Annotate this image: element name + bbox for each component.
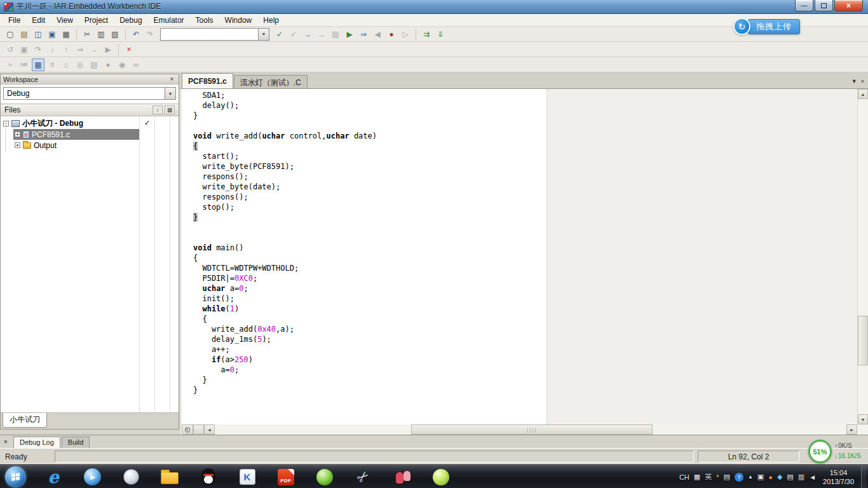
horizontal-scrollbar[interactable]: f() ◄ ► <box>182 424 857 435</box>
calendar-tray-icon[interactable]: ▤ <box>787 473 793 481</box>
ime-skin-icon[interactable]: * <box>716 473 719 481</box>
collapse-icon[interactable]: - <box>3 121 9 126</box>
menu-item-help[interactable]: Help <box>257 15 285 26</box>
open-file-icon[interactable]: ▤ <box>18 28 31 41</box>
menu-item-emulator[interactable]: Emulator <box>148 15 190 26</box>
security-ball-icon[interactable] <box>308 466 341 487</box>
save-icon[interactable]: ◫ <box>32 28 44 41</box>
show-desktop-button[interactable] <box>861 465 867 488</box>
search-tool-icon[interactable] <box>114 466 147 487</box>
media-player-icon[interactable]: ▶ <box>76 466 109 487</box>
stop-debugging-icon[interactable]: × <box>123 43 135 56</box>
ie-icon[interactable]: e <box>37 466 70 487</box>
upload-logo-icon[interactable]: ↻ <box>733 18 750 35</box>
debug-without-downloading-icon[interactable]: ▷ <box>399 28 412 41</box>
step-into-icon[interactable]: ↓ <box>46 43 58 56</box>
make-icon[interactable]: ⇒ <box>357 28 370 41</box>
run-to-cursor-icon[interactable]: → <box>88 43 100 56</box>
find-icon[interactable]: ✓ <box>273 28 286 41</box>
menu-item-edit[interactable]: Edit <box>26 15 51 26</box>
hidden-icons-button[interactable]: ▲ <box>748 474 753 480</box>
wps-icon[interactable]: K <box>231 466 264 487</box>
bookmark-margin-button[interactable] <box>193 424 204 435</box>
output-close-icon[interactable]: × <box>2 438 10 445</box>
stop-build-icon[interactable]: ◀ <box>371 28 384 41</box>
ime-lang-indicator[interactable]: 英 <box>705 472 712 482</box>
browse-icon[interactable]: → <box>315 28 328 41</box>
help-tray-icon[interactable]: ? <box>735 473 743 482</box>
menu-item-debug[interactable]: Debug <box>114 15 147 26</box>
menu-item-file[interactable]: File <box>3 15 26 26</box>
macro-icon[interactable]: ≈ <box>4 58 17 71</box>
tree-file-row-selected[interactable]: + PCF8591.c <box>13 129 139 140</box>
output-tab-1[interactable]: Build <box>62 437 90 448</box>
scroll-down-icon[interactable]: ▼ <box>858 414 868 424</box>
combo-dropdown-icon[interactable]: ▼ <box>258 29 269 40</box>
columns-icon[interactable]: ▦ <box>165 105 175 114</box>
new-document-icon[interactable]: ▢ <box>4 28 17 41</box>
horizontal-scroll-track[interactable] <box>215 424 846 435</box>
goto-icon[interactable]: → <box>301 28 314 41</box>
net-monitor-circle[interactable]: 51% <box>808 440 832 463</box>
pdf-icon[interactable]: PDF <box>269 466 302 487</box>
quick-search-combobox[interactable]: ▼ <box>160 28 269 41</box>
expand-icon[interactable]: + <box>15 142 20 148</box>
menu-item-window[interactable]: Window <box>219 15 258 26</box>
tab-list-dropdown-icon[interactable]: ▼ <box>851 78 857 85</box>
wangwang-tray-icon[interactable]: ● <box>768 473 773 481</box>
print-icon[interactable]: ▦ <box>60 28 72 41</box>
explorer-icon[interactable] <box>153 466 186 487</box>
scroll-up-icon[interactable]: ▲ <box>858 89 868 99</box>
code-editor[interactable]: SDA1; delay();} void write_add(uchar con… <box>182 89 546 424</box>
drag-upload-button[interactable]: 拖拽上传 <box>748 19 800 34</box>
expand-icon[interactable]: + <box>15 132 20 137</box>
tree-project-row[interactable]: - 小牛试刀 - Debug <box>2 118 139 129</box>
undo-icon[interactable]: ↶ <box>130 28 142 41</box>
bookmark-icon[interactable]: ▤ <box>329 28 342 41</box>
editor-close-icon[interactable]: × <box>861 78 864 85</box>
minimize-button[interactable]: — <box>795 0 813 11</box>
find-next-icon[interactable]: ✓ <box>287 28 300 41</box>
copy-icon[interactable]: ▥ <box>95 28 107 41</box>
menu-item-view[interactable]: View <box>51 15 79 26</box>
save-all-icon[interactable]: ▣ <box>46 28 58 41</box>
editor-tab-1[interactable]: 流水灯（测试）.C <box>234 75 308 88</box>
go-icon[interactable]: ▶ <box>102 43 114 56</box>
scroll-right-icon[interactable]: ► <box>846 424 857 435</box>
download-and-debug-icon[interactable]: ⇓ <box>434 28 447 41</box>
break-icon[interactable]: ▣ <box>18 43 31 56</box>
contacts-icon[interactable] <box>386 466 419 487</box>
filter-icon[interactable]: ↕ <box>153 105 163 114</box>
network-tray-icon[interactable]: ▣ <box>757 473 764 481</box>
ime-tool-icon[interactable]: ▤ <box>724 473 730 481</box>
editor-tab-0[interactable]: PCF8591.c <box>182 73 233 88</box>
workspace-project-tab[interactable]: 小牛试刀 <box>3 413 47 428</box>
configuration-dropdown-icon[interactable]: ▼ <box>165 88 175 99</box>
memory-window-icon[interactable]: ≡ <box>46 58 58 71</box>
function-list-button[interactable]: f() <box>182 424 193 435</box>
security-tray-icon[interactable]: ◆ <box>777 473 782 481</box>
vertical-scrollbar[interactable]: ▲ ▼ <box>857 89 868 424</box>
scissors-tool-icon[interactable]: ✂ <box>347 466 380 487</box>
paste-icon[interactable]: ▧ <box>109 28 121 41</box>
close-button[interactable]: × <box>834 0 863 11</box>
qq-icon[interactable] <box>192 466 225 487</box>
vertical-scroll-thumb[interactable] <box>858 316 868 365</box>
redo-icon[interactable]: ↷ <box>144 28 156 41</box>
menu-item-project[interactable]: Project <box>79 15 114 26</box>
display-tray-icon[interactable]: ▥ <box>798 473 804 481</box>
output-tab-0[interactable]: Debug Log <box>13 437 60 448</box>
scroll-left-icon[interactable]: ◄ <box>204 424 215 435</box>
files-column-header[interactable]: Files ↕▦ <box>1 104 179 116</box>
volume-tray-icon[interactable]: ◄ <box>809 473 816 481</box>
cut-icon[interactable]: ✂ <box>81 28 93 41</box>
horizontal-scroll-thumb[interactable] <box>411 424 653 435</box>
make-project-icon[interactable]: ⇉ <box>420 28 433 41</box>
next-statement-icon[interactable]: ⇒ <box>74 43 86 56</box>
step-out-icon[interactable]: ↑ <box>60 43 72 56</box>
workspace-close-icon[interactable]: × <box>168 76 176 83</box>
breakpoint-usage-icon[interactable]: ◎ <box>74 58 86 71</box>
lime-ball-icon[interactable] <box>424 466 458 487</box>
gie-icon[interactable]: GIE <box>18 58 31 71</box>
restore-button[interactable] <box>815 0 833 11</box>
